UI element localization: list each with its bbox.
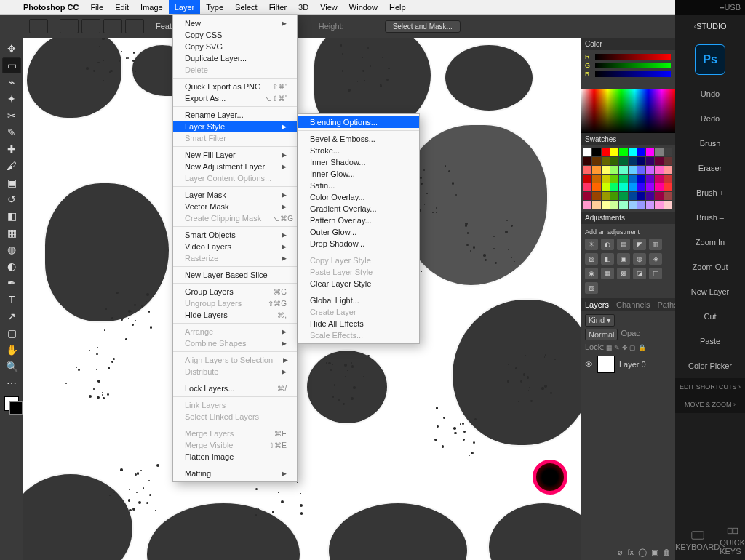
swatch-cell[interactable] [610,157,618,165]
swatch-cell[interactable] [629,157,637,165]
eraser-tool-icon[interactable]: ◧ [2,208,21,224]
menu-item-quick-export-as-png[interactable]: Quick Export as PNG⇧⌘' [173,81,297,92]
swatch-cell[interactable] [619,157,627,165]
menu-filter[interactable]: Filter [263,0,292,14]
swatch-cell[interactable] [592,166,600,174]
swatch-cell[interactable] [583,148,591,156]
edit-shortcuts-button[interactable]: EDIT SHORTCUTS › [675,378,745,396]
fx-icon[interactable]: fx [627,548,634,557]
menu-item-new-adjustment-layer[interactable]: New Adjustment Layer▶ [173,161,297,172]
keyboard-button[interactable]: KEYBOARD [675,521,720,560]
blur-tool-icon[interactable]: ◍ [2,241,21,257]
path-tool-icon[interactable]: ↗ [2,308,21,324]
swatch-cell[interactable] [602,201,610,209]
menu-item-inner-shadow[interactable]: Inner Shadow... [298,156,419,168]
menu-item-smart-objects[interactable]: Smart Objects▶ [173,229,297,241]
color-sliders[interactable]: R G B [581,50,675,89]
swatch-cell[interactable] [646,183,654,191]
swatch-cell[interactable] [602,192,610,200]
menu-item-global-light[interactable]: Global Light... [298,295,419,306]
healing-tool-icon[interactable]: ✚ [2,141,21,157]
gradient-tool-icon[interactable]: ▦ [2,225,21,241]
swatch-cell[interactable] [583,192,591,200]
menu-item-matting[interactable]: Matting▶ [173,468,297,479]
layer-name[interactable]: Layer 0 [619,360,646,369]
menu-item-lock-layers[interactable]: Lock Layers...⌘/ [173,383,297,394]
swatch-cell[interactable] [583,183,591,191]
swatch-cell[interactable] [655,166,663,174]
menu-item-hide-layers[interactable]: Hide Layers⌘, [173,309,297,321]
swatch-cell[interactable] [655,148,663,156]
studio-title[interactable]: STUDIO [675,15,745,38]
swatch-cell[interactable] [619,166,627,174]
studio-brush-[interactable]: Brush – [675,205,745,230]
quick-keys-button[interactable]: QUICK KEYS [720,521,745,560]
swatch-cell[interactable] [610,201,618,209]
swatch-cell[interactable] [610,192,618,200]
swatch-cell[interactable] [664,157,672,165]
swatch-cell[interactable] [592,201,600,209]
zoom-tool-icon[interactable]: 🔍 [2,359,21,375]
menu-item-video-layers[interactable]: Video Layers▶ [173,241,297,252]
menu-item-vector-mask[interactable]: Vector Mask▶ [173,201,297,212]
swatch-cell[interactable] [646,192,654,200]
studio-new-layer[interactable]: New Layer [675,279,745,304]
studio-redo[interactable]: Redo [675,106,745,131]
swatch-cell[interactable] [646,201,654,209]
swatches-grid[interactable] [581,145,675,212]
menu-item-copy-svg[interactable]: Copy SVG [173,41,297,52]
menu-item-export-as[interactable]: Export As...⌥⇧⌘' [173,92,297,104]
dodge-tool-icon[interactable]: ◐ [2,258,21,274]
eyedropper-tool-icon[interactable]: ✎ [2,124,21,140]
swatch-cell[interactable] [646,157,654,165]
studio-eraser[interactable]: Eraser [675,156,745,180]
selection-mode-icons[interactable] [60,19,144,33]
menu-item-duplicate-layer[interactable]: Duplicate Layer... [173,52,297,64]
swatch-cell[interactable] [602,183,610,191]
swatch-cell[interactable] [610,175,618,183]
menu-item-clear-layer-style[interactable]: Clear Layer Style [298,278,419,289]
pen-tool-icon[interactable]: ✒ [2,275,21,291]
swatch-cell[interactable] [602,166,610,174]
menu-item-flatten-image[interactable]: Flatten Image [173,451,297,463]
swatch-cell[interactable] [637,192,645,200]
swatch-cell[interactable] [619,148,627,156]
channels-tab[interactable]: Channels [616,300,650,309]
magic-wand-tool-icon[interactable]: ✦ [2,91,21,107]
app-icon[interactable]: Ps [675,38,745,81]
layer-row[interactable]: 👁 Layer 0 [585,353,671,375]
select-and-mask-button[interactable]: Select and Mask... [385,20,461,33]
brush-tool-icon[interactable]: 🖌 [2,158,21,174]
edit-toolbar-icon[interactable]: ⋯ [2,375,21,391]
menu-item-inner-glow[interactable]: Inner Glow... [298,168,419,180]
swatch-cell[interactable] [664,192,672,200]
crop-tool-icon[interactable]: ✂ [2,108,21,124]
layer-thumbnail[interactable] [597,356,615,373]
swatch-cell[interactable] [646,175,654,183]
swatch-cell[interactable] [602,148,610,156]
swatch-cell[interactable] [610,166,618,174]
new-layer-icon[interactable]: ▣ [651,548,658,557]
swatch-cell[interactable] [655,192,663,200]
history-brush-tool-icon[interactable]: ↺ [2,191,21,207]
menu-file[interactable]: File [84,0,109,14]
swatch-cell[interactable] [655,201,663,209]
type-tool-icon[interactable]: T [2,292,21,308]
swatch-cell[interactable] [655,183,663,191]
menu-item-layer-style[interactable]: Layer Style▶ [173,121,297,132]
menu-layer[interactable]: Layer [169,0,201,14]
studio-brush-[interactable]: Brush + [675,180,745,205]
swatch-cell[interactable] [629,166,637,174]
swatch-cell[interactable] [629,148,637,156]
swatch-cell[interactable] [629,175,637,183]
menu-item-hide-all-effects[interactable]: Hide All Effects [298,318,419,329]
swatch-cell[interactable] [619,183,627,191]
adjustments-panel-tab[interactable]: Adjustments [581,212,675,224]
menu-select[interactable]: Select [229,0,263,14]
swatch-cell[interactable] [655,175,663,183]
swatch-cell[interactable] [619,175,627,183]
swatch-cell[interactable] [629,183,637,191]
swatch-cell[interactable] [637,157,645,165]
swatch-cell[interactable] [637,183,645,191]
menu-edit[interactable]: Edit [109,0,135,14]
